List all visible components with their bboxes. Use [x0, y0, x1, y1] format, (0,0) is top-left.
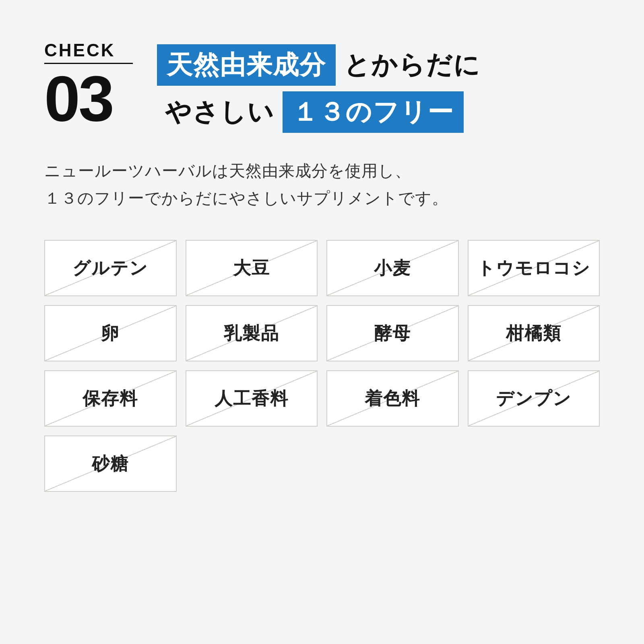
highlight-natural: 天然由来成分: [157, 44, 336, 86]
free-item-4: 卵: [44, 305, 177, 361]
description: ニュールーツハーバルは天然由来成分を使用し、 １３のフリーでからだにやさしいサプ…: [44, 157, 600, 212]
title-section: 天然由来成分 とからだに やさしい １３のフリー: [157, 44, 481, 133]
free-item-8: 保存料: [44, 370, 177, 427]
free-item-1: 大豆: [186, 240, 318, 296]
header-section: CHECK 03 天然由来成分 とからだに やさしい １３のフリー: [44, 40, 600, 133]
main-card: CHECK 03 天然由来成分 とからだに やさしい １３のフリー ニュールーツ…: [0, 0, 644, 644]
free-item-7: 柑橘類: [468, 305, 600, 361]
free-item-9: 人工香料: [186, 370, 318, 427]
title-text-line1: とからだに: [344, 47, 481, 83]
free-item-5: 乳製品: [186, 305, 318, 361]
free-item-0: グルテン: [44, 240, 177, 296]
free-item-3: トウモロコシ: [468, 240, 600, 296]
free-items-grid: グルテン大豆小麦トウモロコシ卵乳製品酵母柑橘類保存料人工香料着色料デンプン砂糖: [44, 240, 600, 492]
check-number-digit: 03: [44, 66, 133, 131]
title-line2: やさしい １３のフリー: [165, 91, 481, 133]
title-line1: 天然由来成分 とからだに: [157, 44, 481, 86]
check-number-block: CHECK 03: [44, 40, 133, 131]
free-item-2: 小麦: [326, 240, 459, 296]
free-item-10: 着色料: [326, 370, 459, 427]
description-line1: ニュールーツハーバルは天然由来成分を使用し、: [44, 157, 600, 184]
check-label: CHECK: [44, 40, 133, 64]
highlight-free: １３のフリー: [283, 91, 464, 133]
title-text-gentle: やさしい: [165, 95, 275, 130]
description-line2: １３のフリーでからだにやさしいサプリメントです。: [44, 184, 600, 212]
free-item-11: デンプン: [468, 370, 600, 427]
free-item-12: 砂糖: [44, 436, 177, 492]
free-item-6: 酵母: [326, 305, 459, 361]
